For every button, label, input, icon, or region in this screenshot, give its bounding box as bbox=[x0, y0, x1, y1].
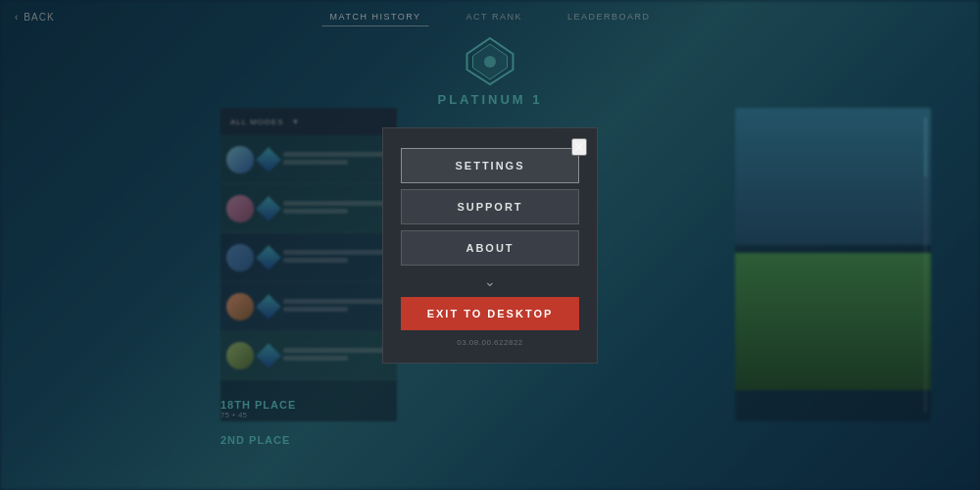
exit-to-desktop-button[interactable]: EXIT TO DESKTOP bbox=[401, 297, 579, 330]
version-text: 03.08.00.622822 bbox=[401, 338, 579, 347]
about-button[interactable]: ABOUT bbox=[401, 230, 579, 266]
modal-close-button[interactable]: ✕ bbox=[571, 138, 587, 156]
settings-modal: ✕ SETTINGS SUPPORT ABOUT ⌄ EXIT TO DESKT… bbox=[382, 127, 598, 364]
chevron-down-icon: ⌄ bbox=[484, 273, 496, 289]
modal-divider: ⌄ bbox=[401, 273, 579, 289]
support-button[interactable]: SUPPORT bbox=[401, 189, 579, 224]
settings-button[interactable]: SETTINGS bbox=[401, 148, 579, 183]
modal-overlay: ✕ SETTINGS SUPPORT ABOUT ⌄ EXIT TO DESKT… bbox=[0, 0, 980, 490]
